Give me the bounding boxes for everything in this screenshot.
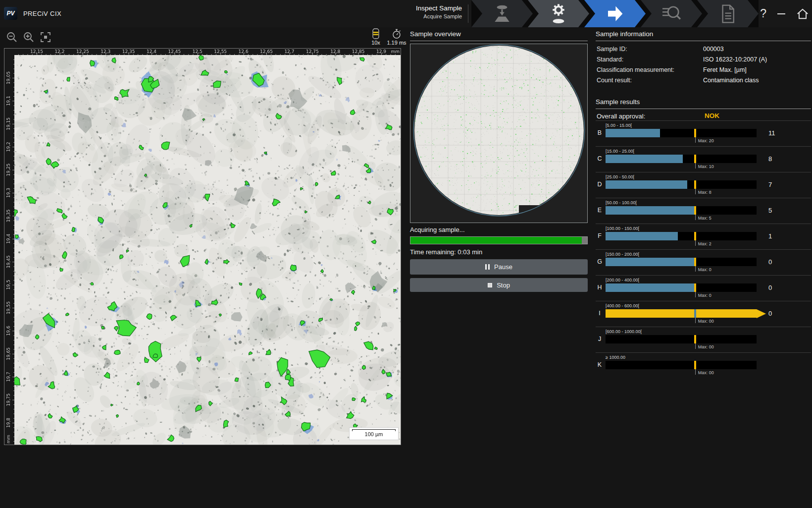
divider <box>468 4 468 23</box>
class-bar-track <box>606 206 757 215</box>
class-limit-marker <box>694 361 696 369</box>
class-letter: K <box>596 361 604 369</box>
info-value: ISO 16232-10:2007 (A) <box>703 56 767 63</box>
class-limit-marker <box>694 283 696 292</box>
class-bar-fill <box>606 129 660 137</box>
class-bar-track <box>606 155 757 163</box>
wizard-step-4[interactable] <box>641 0 702 27</box>
max-marker-line <box>695 163 696 169</box>
class-limit-marker <box>694 258 696 266</box>
home-button[interactable] <box>796 8 809 20</box>
class-letter: E <box>596 206 604 215</box>
class-count: 0 <box>768 284 772 291</box>
sample-overview-header: Sample overview <box>410 30 588 41</box>
class-max-label: Max: 10 <box>698 164 714 169</box>
class-bar-fill <box>606 155 683 163</box>
class-max-label: Max: 00 <box>698 370 714 375</box>
max-marker-line <box>695 292 696 297</box>
class-count: 1 <box>768 232 772 240</box>
class-count: 8 <box>768 155 772 163</box>
wizard-step-3[interactable] <box>584 0 646 27</box>
info-row: Count result:Contamination class <box>596 75 811 86</box>
topbar: PV PRECiV CIX Inspect Sample Acquire Sam… <box>0 0 812 27</box>
overall-approval-label: Overall approval: <box>597 113 645 120</box>
info-row: Sample ID:000003 <box>596 44 811 55</box>
result-class-row-F: [100.00 - 150.00[F1Max: 2 <box>596 224 811 249</box>
class-count: 7 <box>768 181 772 188</box>
class-limit-marker <box>694 206 696 215</box>
zoom-in-button[interactable] <box>22 30 36 44</box>
class-bar-fill <box>606 206 695 215</box>
result-class-row-E: [50.00 - 100.00[E5Max: 5 <box>596 198 811 224</box>
pause-button[interactable]: Pause <box>410 259 588 275</box>
objective-icon <box>372 28 380 39</box>
load-sample-icon <box>492 3 512 24</box>
app-window: PV PRECiV CIX Inspect Sample Acquire Sam… <box>0 0 812 508</box>
wizard-step-5[interactable] <box>697 0 759 27</box>
wizard-step-title: Inspect Sample <box>416 4 462 12</box>
max-marker-line <box>695 215 696 220</box>
stop-label: Stop <box>497 282 510 289</box>
stop-button[interactable]: Stop <box>410 278 588 292</box>
class-limit-marker <box>694 309 696 318</box>
pause-icon <box>485 264 490 270</box>
class-limit-marker <box>694 180 696 189</box>
result-class-row-K: ≥ 1000.00KMax: 00 <box>596 352 811 378</box>
fit-to-view-button[interactable] <box>39 30 52 44</box>
info-value: 000003 <box>703 46 724 53</box>
live-image-viewer: 10x 1.19 ms 100 µm <box>0 27 406 508</box>
exposure-time-icon <box>392 28 402 39</box>
sample-information-rows: Sample ID:000003Standard:ISO 16232-10:20… <box>596 44 811 86</box>
class-bar-track <box>606 335 757 343</box>
class-letter: G <box>596 258 604 266</box>
class-bar-fill <box>606 283 695 292</box>
class-bar-fill <box>606 309 757 318</box>
prepare-sample-icon <box>548 3 569 25</box>
class-letter: D <box>596 180 604 189</box>
horizontal-ruler <box>4 49 401 55</box>
help-button[interactable]: ? <box>760 7 766 20</box>
class-limit-marker <box>694 232 696 240</box>
max-marker-line <box>695 189 696 194</box>
class-limit-marker <box>694 335 696 343</box>
class-bar-fill <box>606 258 695 266</box>
info-value: Contamination class <box>703 77 759 84</box>
class-bar-track <box>606 361 757 369</box>
result-class-row-I: [400.00 - 600.00[I0Max: 00 <box>596 301 811 327</box>
class-range-label: [400.00 - 600.00[ <box>606 303 639 308</box>
acquisition-progress-bar <box>410 236 588 244</box>
class-bar-track <box>606 283 757 292</box>
wizard-step-1[interactable] <box>471 0 533 27</box>
scale-bar: 100 µm <box>350 428 398 440</box>
info-label: Classification measurement: <box>597 66 674 73</box>
class-count: 0 <box>768 310 772 317</box>
class-range-label: [15.00 - 25.00[ <box>606 149 634 154</box>
objective-indicator: 10x <box>367 28 384 46</box>
sample-overview-image[interactable] <box>410 44 587 223</box>
scale-bar-label: 100 µm <box>350 431 398 437</box>
vertical-ruler <box>4 55 14 445</box>
class-max-label: Max: 0 <box>698 293 711 298</box>
wizard-step-label: Inspect Sample Acquire Sample <box>416 4 462 19</box>
class-range-label: ≥ 1000.00 <box>606 355 625 360</box>
max-marker-line <box>695 369 696 375</box>
result-class-row-J: [600.00 - 1000.00[JMax: 00 <box>596 327 811 352</box>
class-count: 11 <box>768 129 775 137</box>
minimize-button[interactable] <box>777 13 785 14</box>
window-controls: ? <box>760 0 809 27</box>
wizard-step-2[interactable] <box>528 0 589 27</box>
home-icon <box>796 8 809 20</box>
sample-overview-map[interactable] <box>410 44 588 223</box>
info-label: Count result: <box>597 77 632 84</box>
zoom-out-button[interactable] <box>5 30 19 44</box>
info-label: Sample ID: <box>597 46 627 53</box>
class-bar-fill <box>606 180 687 189</box>
class-max-label: Max: 2 <box>698 241 711 246</box>
class-max-label: Max: 5 <box>698 216 711 221</box>
class-limit-marker <box>694 155 696 163</box>
class-max-label: Max: 20 <box>698 138 714 143</box>
wizard-step-subtitle: Acquire Sample <box>416 13 462 19</box>
overall-approval-value: NOK <box>705 112 719 119</box>
time-remaining: Time remaining: 0:03 min <box>410 248 482 256</box>
specimen-image[interactable] <box>14 55 401 445</box>
